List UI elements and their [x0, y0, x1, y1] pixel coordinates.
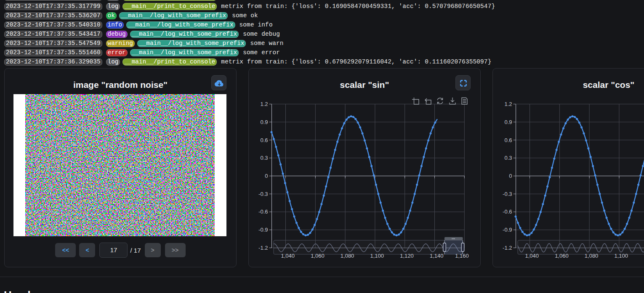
svg-text:1,100: 1,100: [615, 253, 628, 259]
svg-text:0.6: 0.6: [504, 137, 512, 143]
svg-text:-0.9: -0.9: [258, 227, 268, 233]
svg-text:1,080: 1,080: [585, 253, 599, 259]
svg-text:1,140: 1,140: [430, 253, 444, 259]
svg-text:0.6: 0.6: [260, 137, 268, 143]
svg-text:-0.3: -0.3: [503, 191, 512, 197]
svg-text:-0.6: -0.6: [503, 209, 512, 215]
svg-text:1,060: 1,060: [311, 253, 325, 259]
svg-text:0.3: 0.3: [504, 155, 512, 161]
svg-text:1,040: 1,040: [281, 253, 295, 259]
svg-text:0.3: 0.3: [260, 155, 268, 161]
svg-text:-0.6: -0.6: [258, 209, 268, 215]
svg-text:0.9: 0.9: [504, 119, 512, 125]
svg-text:1.2: 1.2: [504, 101, 512, 107]
svg-text:1,100: 1,100: [370, 253, 384, 259]
svg-text:1,160: 1,160: [455, 253, 469, 259]
svg-text:-1.2: -1.2: [258, 245, 268, 251]
svg-text:1,120: 1,120: [400, 253, 414, 259]
svg-text:0: 0: [265, 173, 268, 179]
svg-text:1,080: 1,080: [341, 253, 354, 259]
svg-text:1.2: 1.2: [260, 101, 268, 107]
svg-text:-0.3: -0.3: [258, 191, 268, 197]
svg-text:1,060: 1,060: [555, 253, 569, 259]
svg-text:0.9: 0.9: [260, 119, 268, 125]
svg-text:-0.9: -0.9: [503, 227, 512, 233]
svg-text:0: 0: [509, 173, 512, 179]
svg-text:-1.2: -1.2: [503, 245, 512, 251]
svg-text:1,040: 1,040: [525, 253, 539, 259]
